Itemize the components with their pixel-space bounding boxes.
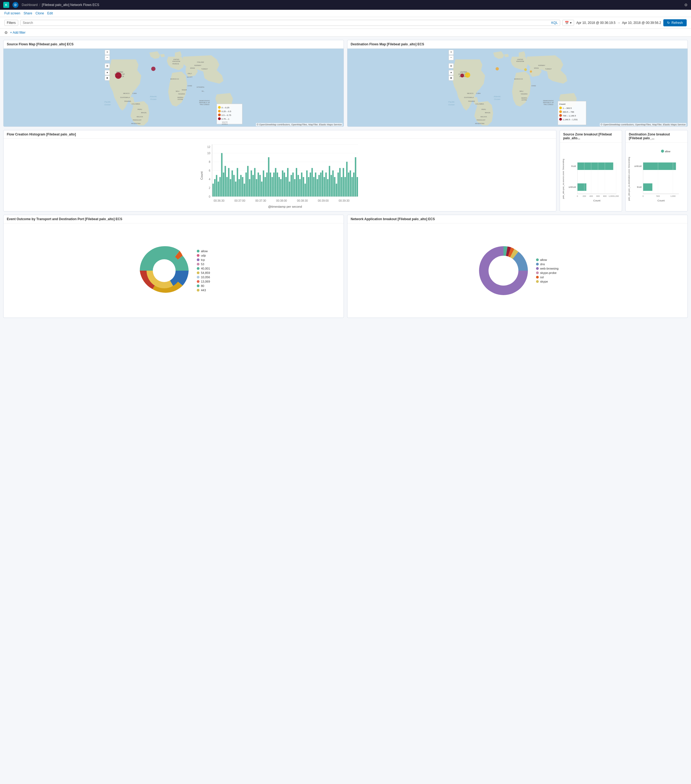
dest-map-panel: Destination Flows Map [Filebeat palo_alt… xyxy=(347,40,688,127)
svg-text:⊕: ⊕ xyxy=(450,64,452,68)
share-button[interactable]: Share xyxy=(24,12,32,15)
legend-udp: udp xyxy=(197,254,210,257)
search-box[interactable]: KQL xyxy=(20,20,561,26)
svg-text:BOLIVIA: BOLIVIA xyxy=(137,116,143,117)
histogram-panel: Flow Creation Histogram [Filebeat palo_a… xyxy=(3,130,556,211)
svg-text:0 – 0.25: 0 – 0.25 xyxy=(222,106,229,109)
user-avatar: D xyxy=(13,2,18,8)
svg-text:BOLIVIA: BOLIVIA xyxy=(480,116,487,117)
svg-text:TURKEY: TURKEY xyxy=(201,68,208,70)
net-legend-dns: dns xyxy=(536,262,559,266)
svg-text:PANAMA: PANAMA xyxy=(468,100,475,102)
source-map-svg: UNITED STATES OF AMERICA UNITED KINGDOM … xyxy=(3,49,344,127)
svg-rect-186 xyxy=(299,179,301,196)
svg-rect-213 xyxy=(346,162,347,196)
fullscreen-button[interactable]: Full screen xyxy=(4,12,20,15)
svg-text:1,000: 1,000 xyxy=(670,195,676,198)
dashboard: Source Flows Map [Filebeat palo_alto] EC… xyxy=(0,37,691,321)
breadcrumb-dashboard[interactable]: Dashboard xyxy=(22,3,38,7)
search-input[interactable] xyxy=(23,21,550,25)
time-range: Apr 10, 2018 @ 00:36:19.5 → Apr 10, 2018… xyxy=(576,21,661,25)
svg-text:00:39:30: 00:39:30 xyxy=(339,199,350,202)
svg-text:BRAZIL: BRAZIL xyxy=(485,112,491,114)
svg-rect-151 xyxy=(239,179,240,196)
svg-rect-167 xyxy=(266,172,268,196)
svg-rect-208 xyxy=(337,172,339,196)
svg-text:●: ● xyxy=(106,71,108,74)
svg-point-52 xyxy=(218,106,220,109)
svg-text:NORWAY: NORWAY xyxy=(538,64,545,66)
svg-rect-138 xyxy=(216,175,217,196)
svg-text:CUBA: CUBA xyxy=(476,92,480,94)
network-donut-content: allow dns web-browsing skype-probe xyxy=(347,223,688,318)
svg-text:00:36:30: 00:36:30 xyxy=(214,199,224,202)
add-filter-button[interactable]: + Add filter xyxy=(10,31,26,35)
legend-color-10056 xyxy=(197,276,199,278)
svg-text:+: + xyxy=(106,50,108,54)
svg-rect-230 xyxy=(577,163,614,170)
page-title: [Filebeat palo_alto] Network Flows ECS xyxy=(42,3,99,7)
clone-button[interactable]: Clone xyxy=(36,12,44,15)
kql-button[interactable]: KQL xyxy=(551,21,558,25)
refresh-button[interactable]: ↻ Refresh xyxy=(663,19,687,26)
svg-text:SIERRA: SIERRA xyxy=(521,97,527,99)
svg-text:Count: Count xyxy=(593,199,601,202)
svg-text:■: ■ xyxy=(106,76,108,79)
svg-text:0.75 – 1: 0.75 – 1 xyxy=(222,118,229,120)
legend-40001: 40,001 xyxy=(197,267,210,270)
svg-text:LEONE: LEONE xyxy=(178,99,183,100)
map-attribution: © OpenStreetMap contributors, OpenMapTil… xyxy=(256,123,342,126)
dest-map-container[interactable]: UNITED STATES OF AMERICA UNITED KINGDOM … xyxy=(347,49,688,127)
legend-color-443 xyxy=(197,289,199,292)
svg-text:766 – 1,148.5: 766 – 1,148.5 xyxy=(563,115,576,117)
event-donut-title: Event Outcome by Transport and Destinati… xyxy=(3,215,344,223)
svg-rect-216 xyxy=(352,177,353,196)
svg-point-94 xyxy=(465,72,471,77)
legend-color-80 xyxy=(197,285,199,287)
svg-text:PANAMA: PANAMA xyxy=(124,100,131,102)
svg-text:DEMOCRATIC: DEMOCRATIC xyxy=(199,100,210,102)
svg-rect-168 xyxy=(268,157,269,196)
svg-rect-219 xyxy=(357,177,358,196)
net-legend-color-skype-probe xyxy=(536,272,539,274)
source-zone-panel: Source Zone breakout [Filebeat palo_alto… xyxy=(559,130,622,211)
edit-button[interactable]: Edit xyxy=(47,12,53,15)
svg-text:NIGERIA: NIGERIA xyxy=(521,93,527,95)
net-legend-skype-probe: skype-probe xyxy=(536,271,559,275)
svg-text:1,200: 1,200 xyxy=(614,195,619,198)
svg-text:COLOMBIA: COLOMBIA xyxy=(132,103,140,105)
svg-text:NORWAY: NORWAY xyxy=(194,64,201,66)
svg-rect-164 xyxy=(261,181,262,196)
net-legend-color-skype xyxy=(536,280,539,283)
svg-text:800: 800 xyxy=(603,195,607,198)
refresh-label: Refresh xyxy=(671,21,683,25)
svg-rect-254 xyxy=(643,183,652,191)
time-arrow-icon: → xyxy=(617,21,620,25)
time-start: Apr 10, 2018 @ 00:36:19.5 xyxy=(576,21,615,25)
svg-rect-153 xyxy=(242,177,243,196)
svg-rect-198 xyxy=(320,172,321,196)
source-map-container[interactable]: UNITED STATES OF AMERICA UNITED KINGDOM … xyxy=(3,49,344,127)
svg-text:00:37:30: 00:37:30 xyxy=(255,199,266,202)
svg-rect-209 xyxy=(339,168,341,196)
time-picker-button[interactable]: 📅 ▾ xyxy=(563,20,574,26)
svg-rect-193 xyxy=(311,168,313,196)
svg-text:−: − xyxy=(106,55,108,59)
svg-point-111 xyxy=(559,107,562,109)
svg-rect-205 xyxy=(332,170,334,196)
donuts-row: Event Outcome by Transport and Destinati… xyxy=(3,215,688,318)
svg-text:1,148.5 – 1,531: 1,148.5 – 1,531 xyxy=(563,119,578,121)
legend-13069: 13,069 xyxy=(197,280,210,283)
svg-rect-217 xyxy=(353,172,354,196)
svg-text:MALI: MALI xyxy=(520,91,523,92)
legend-443: 443 xyxy=(197,288,210,292)
svg-rect-150 xyxy=(237,168,238,196)
settings-gear-icon[interactable]: ⚙ xyxy=(4,30,8,35)
svg-text:Ocean: Ocean xyxy=(448,104,455,106)
svg-text:Ocean: Ocean xyxy=(494,98,500,100)
svg-rect-156 xyxy=(247,166,248,196)
gear-icon[interactable]: ⚙ xyxy=(684,3,688,7)
maps-row: Source Flows Map [Filebeat palo_alto] EC… xyxy=(3,40,688,127)
svg-text:200: 200 xyxy=(582,195,586,198)
source-zone-svg: palo_alto.pan_os.source.zone: Descending… xyxy=(561,143,621,211)
